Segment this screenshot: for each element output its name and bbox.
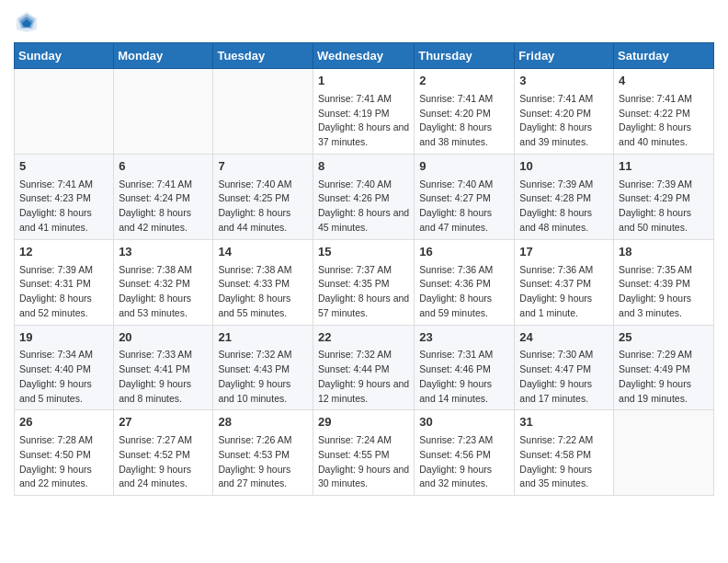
day-cell: 31Sunrise: 7:22 AM Sunset: 4:58 PM Dayli…: [515, 410, 614, 496]
weekday-header-sunday: Sunday: [15, 43, 114, 69]
day-number: 18: [619, 244, 709, 261]
weekday-header-row: SundayMondayTuesdayWednesdayThursdayFrid…: [15, 43, 714, 69]
day-cell: 4Sunrise: 7:41 AM Sunset: 4:22 PM Daylig…: [614, 69, 714, 155]
day-number: 27: [119, 414, 208, 431]
day-number: 10: [519, 158, 609, 176]
day-number: 3: [519, 73, 609, 90]
day-content: Sunrise: 7:32 AM Sunset: 4:43 PM Dayligh…: [218, 348, 308, 406]
day-content: Sunrise: 7:41 AM Sunset: 4:20 PM Dayligh…: [419, 92, 509, 150]
weekday-header-thursday: Thursday: [415, 43, 515, 69]
day-content: Sunrise: 7:24 AM Sunset: 4:55 PM Dayligh…: [318, 433, 409, 491]
day-content: Sunrise: 7:36 AM Sunset: 4:36 PM Dayligh…: [419, 263, 509, 321]
day-number: 16: [419, 244, 509, 261]
day-cell: 15Sunrise: 7:37 AM Sunset: 4:35 PM Dayli…: [313, 239, 414, 325]
day-cell: 11Sunrise: 7:39 AM Sunset: 4:29 PM Dayli…: [614, 154, 714, 239]
day-content: Sunrise: 7:41 AM Sunset: 4:20 PM Dayligh…: [519, 92, 609, 150]
day-number: 19: [19, 329, 108, 347]
day-cell: 20Sunrise: 7:33 AM Sunset: 4:41 PM Dayli…: [114, 325, 213, 410]
day-cell: 25Sunrise: 7:29 AM Sunset: 4:49 PM Dayli…: [614, 325, 714, 410]
day-number: 12: [19, 244, 108, 261]
day-content: Sunrise: 7:36 AM Sunset: 4:37 PM Dayligh…: [519, 263, 609, 321]
day-content: Sunrise: 7:28 AM Sunset: 4:50 PM Dayligh…: [19, 433, 108, 491]
day-cell: 18Sunrise: 7:35 AM Sunset: 4:39 PM Dayli…: [614, 239, 714, 325]
day-content: Sunrise: 7:40 AM Sunset: 4:26 PM Dayligh…: [318, 178, 409, 236]
day-cell: 2Sunrise: 7:41 AM Sunset: 4:20 PM Daylig…: [415, 69, 515, 155]
day-content: Sunrise: 7:34 AM Sunset: 4:40 PM Dayligh…: [19, 348, 108, 406]
day-cell: 28Sunrise: 7:26 AM Sunset: 4:53 PM Dayli…: [213, 410, 313, 496]
day-number: 17: [519, 244, 609, 261]
day-content: Sunrise: 7:22 AM Sunset: 4:58 PM Dayligh…: [519, 433, 609, 491]
day-number: 1: [318, 73, 409, 90]
weekday-header-wednesday: Wednesday: [313, 43, 414, 69]
week-row-2: 12Sunrise: 7:39 AM Sunset: 4:31 PM Dayli…: [15, 239, 714, 325]
day-number: 15: [318, 244, 409, 261]
day-content: Sunrise: 7:27 AM Sunset: 4:52 PM Dayligh…: [119, 433, 208, 491]
day-number: 22: [318, 329, 409, 347]
day-number: 28: [218, 414, 308, 431]
day-cell: 26Sunrise: 7:28 AM Sunset: 4:50 PM Dayli…: [15, 410, 114, 496]
day-cell: 6Sunrise: 7:41 AM Sunset: 4:24 PM Daylig…: [114, 154, 213, 239]
header: [14, 9, 714, 35]
week-row-4: 26Sunrise: 7:28 AM Sunset: 4:50 PM Dayli…: [15, 410, 714, 496]
day-cell: 10Sunrise: 7:39 AM Sunset: 4:28 PM Dayli…: [515, 154, 614, 239]
day-number: 11: [619, 158, 709, 176]
day-cell: [114, 69, 213, 155]
day-cell: 16Sunrise: 7:36 AM Sunset: 4:36 PM Dayli…: [415, 239, 515, 325]
day-content: Sunrise: 7:41 AM Sunset: 4:24 PM Dayligh…: [119, 178, 208, 236]
week-row-1: 5Sunrise: 7:41 AM Sunset: 4:23 PM Daylig…: [15, 154, 714, 239]
day-content: Sunrise: 7:26 AM Sunset: 4:53 PM Dayligh…: [218, 433, 308, 491]
day-number: 4: [619, 73, 709, 90]
day-cell: 13Sunrise: 7:38 AM Sunset: 4:32 PM Dayli…: [114, 239, 213, 325]
logo-icon: [14, 9, 40, 35]
day-content: Sunrise: 7:39 AM Sunset: 4:31 PM Dayligh…: [19, 263, 108, 321]
day-cell: 5Sunrise: 7:41 AM Sunset: 4:23 PM Daylig…: [15, 154, 114, 239]
week-row-0: 1Sunrise: 7:41 AM Sunset: 4:19 PM Daylig…: [15, 69, 714, 155]
day-content: Sunrise: 7:29 AM Sunset: 4:49 PM Dayligh…: [619, 348, 709, 406]
day-cell: 29Sunrise: 7:24 AM Sunset: 4:55 PM Dayli…: [313, 410, 414, 496]
day-number: 7: [218, 158, 308, 176]
day-cell: 1Sunrise: 7:41 AM Sunset: 4:19 PM Daylig…: [313, 69, 414, 155]
day-number: 30: [419, 414, 509, 431]
day-cell: 21Sunrise: 7:32 AM Sunset: 4:43 PM Dayli…: [213, 325, 313, 410]
day-number: 8: [318, 158, 409, 176]
day-cell: 24Sunrise: 7:30 AM Sunset: 4:47 PM Dayli…: [515, 325, 614, 410]
day-content: Sunrise: 7:41 AM Sunset: 4:22 PM Dayligh…: [619, 92, 709, 150]
day-content: Sunrise: 7:38 AM Sunset: 4:32 PM Dayligh…: [119, 263, 208, 321]
day-number: 23: [419, 329, 509, 347]
day-cell: 17Sunrise: 7:36 AM Sunset: 4:37 PM Dayli…: [515, 239, 614, 325]
day-content: Sunrise: 7:41 AM Sunset: 4:19 PM Dayligh…: [318, 92, 409, 150]
day-content: Sunrise: 7:31 AM Sunset: 4:46 PM Dayligh…: [419, 348, 509, 406]
day-cell: 3Sunrise: 7:41 AM Sunset: 4:20 PM Daylig…: [515, 69, 614, 155]
day-content: Sunrise: 7:40 AM Sunset: 4:25 PM Dayligh…: [218, 178, 308, 236]
day-content: Sunrise: 7:32 AM Sunset: 4:44 PM Dayligh…: [318, 348, 409, 406]
day-number: 6: [119, 158, 208, 176]
day-content: Sunrise: 7:33 AM Sunset: 4:41 PM Dayligh…: [119, 348, 208, 406]
day-cell: 12Sunrise: 7:39 AM Sunset: 4:31 PM Dayli…: [15, 239, 114, 325]
calendar: SundayMondayTuesdayWednesdayThursdayFrid…: [14, 42, 714, 496]
week-row-3: 19Sunrise: 7:34 AM Sunset: 4:40 PM Dayli…: [15, 325, 714, 410]
day-cell: [614, 410, 714, 496]
day-number: 25: [619, 329, 709, 347]
day-number: 13: [119, 244, 208, 261]
day-content: Sunrise: 7:23 AM Sunset: 4:56 PM Dayligh…: [419, 433, 509, 491]
day-cell: 14Sunrise: 7:38 AM Sunset: 4:33 PM Dayli…: [213, 239, 313, 325]
day-number: 26: [19, 414, 108, 431]
day-content: Sunrise: 7:39 AM Sunset: 4:29 PM Dayligh…: [619, 178, 709, 236]
day-cell: 22Sunrise: 7:32 AM Sunset: 4:44 PM Dayli…: [313, 325, 414, 410]
day-cell: 30Sunrise: 7:23 AM Sunset: 4:56 PM Dayli…: [415, 410, 515, 496]
day-cell: 9Sunrise: 7:40 AM Sunset: 4:27 PM Daylig…: [415, 154, 515, 239]
day-number: 2: [419, 73, 509, 90]
day-number: 14: [218, 244, 308, 261]
day-cell: [15, 69, 114, 155]
weekday-header-tuesday: Tuesday: [213, 43, 313, 69]
day-number: 21: [218, 329, 308, 347]
day-content: Sunrise: 7:38 AM Sunset: 4:33 PM Dayligh…: [218, 263, 308, 321]
day-cell: 19Sunrise: 7:34 AM Sunset: 4:40 PM Dayli…: [15, 325, 114, 410]
weekday-header-monday: Monday: [114, 43, 213, 69]
day-number: 20: [119, 329, 208, 347]
day-number: 31: [519, 414, 609, 431]
day-content: Sunrise: 7:30 AM Sunset: 4:47 PM Dayligh…: [519, 348, 609, 406]
day-cell: 27Sunrise: 7:27 AM Sunset: 4:52 PM Dayli…: [114, 410, 213, 496]
day-content: Sunrise: 7:41 AM Sunset: 4:23 PM Dayligh…: [19, 178, 108, 236]
weekday-header-saturday: Saturday: [614, 43, 714, 69]
